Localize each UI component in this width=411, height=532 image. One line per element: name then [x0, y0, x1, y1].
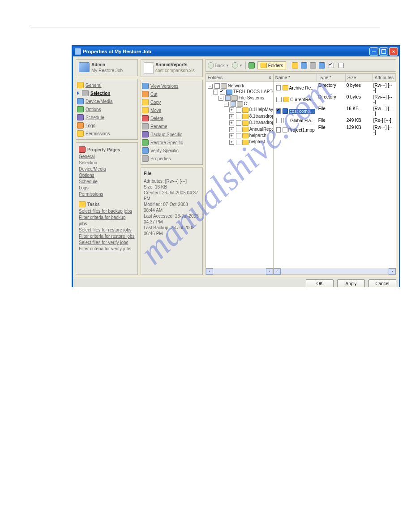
action-restore-specific[interactable]: Restore Specific: [142, 138, 201, 146]
expand-icon[interactable]: +: [229, 120, 234, 125]
task-link[interactable]: Filter criteria for verify jobs: [79, 246, 135, 252]
prop-link[interactable]: Selection: [79, 160, 135, 166]
expand-icon[interactable]: −: [218, 96, 223, 101]
close-button[interactable]: ×: [389, 47, 398, 56]
nav-item-device[interactable]: Device/Media: [77, 97, 137, 105]
move-icon: [142, 107, 149, 113]
prop-link[interactable]: General: [79, 154, 135, 160]
list-row[interactable]: Project1.mppFile139 KB[Rw---] [---]: [274, 124, 396, 136]
tree-node-drive[interactable]: C:: [244, 101, 248, 106]
property-pages-list: General Selection Device/Media Options S…: [79, 154, 135, 197]
ok-button[interactable]: OK: [306, 279, 334, 287]
action-move[interactable]: Move: [142, 106, 201, 114]
filter-icon[interactable]: [301, 62, 307, 69]
action-delete[interactable]: Delete: [142, 114, 201, 122]
tree-checkbox[interactable]: [236, 133, 241, 138]
action-copy[interactable]: Copy: [142, 98, 201, 106]
tree-node-folder[interactable]: 8.1transdrop2: [249, 114, 273, 119]
prop-link[interactable]: Logs: [79, 185, 135, 191]
task-link[interactable]: Filter criteria for restore jobs: [79, 233, 135, 240]
folder-tree[interactable]: −Network −TECH-DOCS-LAPTO −File Systems …: [206, 82, 273, 268]
action-view-versions[interactable]: View Versions: [142, 82, 201, 90]
nav-item-logs[interactable]: Logs: [77, 121, 137, 129]
list-row[interactable]: CurrentRe...Directory0 bytes[Rw---] [---…: [274, 94, 396, 105]
tree-checkbox[interactable]: [236, 140, 241, 145]
expand-icon[interactable]: +: [229, 127, 234, 132]
new-icon[interactable]: [292, 62, 298, 69]
nav-item-general[interactable]: General: [77, 81, 137, 89]
col-size[interactable]: Size: [346, 74, 373, 82]
tree-scrollbar[interactable]: ‹›: [206, 268, 273, 275]
view-icon[interactable]: [310, 62, 316, 69]
tree-node-computer[interactable]: TECH-DOCS-LAPTO: [233, 89, 273, 94]
expand-icon[interactable]: +: [229, 107, 234, 112]
apply-button[interactable]: Apply: [337, 279, 365, 287]
action-cut[interactable]: Cut: [142, 90, 201, 98]
tree-checkbox[interactable]: [236, 127, 241, 132]
close-tree-button[interactable]: ×: [269, 75, 271, 80]
list-row[interactable]: Archive Re...Directory0 bytes[Rw---] [--…: [274, 82, 396, 94]
prop-link[interactable]: Permissions: [79, 191, 135, 197]
task-link[interactable]: Filter criteria for backup jobs: [79, 215, 135, 227]
tree-node-network[interactable]: Network: [228, 83, 244, 88]
list-row[interactable]: Global Pla...File249 KB[Re-] [---]: [274, 117, 396, 124]
list-row[interactable]: cost comp...File16 KB[Rw---] [---]: [274, 105, 396, 117]
list-scrollbar[interactable]: ‹›: [274, 268, 396, 275]
expand-icon[interactable]: −: [208, 84, 213, 89]
folders-button[interactable]: Folders: [257, 61, 286, 69]
task-link[interactable]: Select files for verify jobs: [79, 240, 135, 246]
action-backup-specific[interactable]: Backup Specific: [142, 130, 201, 138]
nav-item-permissions[interactable]: Permissions: [77, 129, 137, 137]
prop-link[interactable]: Options: [79, 172, 135, 179]
row-type: File: [317, 117, 345, 124]
tree-node-folder[interactable]: 8.1transdrop3: [249, 120, 273, 125]
cancel-button[interactable]: Cancel: [368, 279, 396, 287]
row-checkbox[interactable]: [276, 127, 281, 133]
tree-node-folder[interactable]: AnnualReports: [249, 127, 273, 132]
tree-checkbox[interactable]: [236, 107, 241, 113]
expand-icon[interactable]: +: [229, 133, 234, 138]
col-type[interactable]: Type *: [317, 74, 346, 82]
list-rows: Archive Re...Directory0 bytes[Rw---] [--…: [274, 82, 396, 268]
folder-icon: [242, 140, 248, 145]
maximize-button[interactable]: [379, 47, 388, 56]
expand-icon[interactable]: −: [213, 90, 218, 94]
tree-checkbox[interactable]: [236, 114, 241, 119]
expand-icon[interactable]: +: [229, 114, 234, 119]
action-rename[interactable]: Rename: [142, 122, 201, 130]
row-checkbox[interactable]: [276, 118, 282, 123]
minimize-button[interactable]: [369, 47, 378, 56]
action-verify-specific[interactable]: Verify Specific: [142, 146, 201, 154]
tree-node-folder[interactable]: 8.1HelpMay: [249, 107, 273, 112]
expand-icon[interactable]: −: [224, 102, 229, 107]
tree-checkbox[interactable]: [225, 95, 231, 101]
up-icon[interactable]: [248, 62, 255, 69]
nav-item-options[interactable]: Options: [77, 105, 137, 113]
prop-link[interactable]: Device/Media: [79, 166, 135, 172]
row-checkbox[interactable]: [276, 108, 281, 114]
task-link[interactable]: Select files for backup jobs: [79, 208, 135, 215]
tree-checkbox[interactable]: [236, 120, 241, 126]
action-properties[interactable]: Properties: [142, 154, 201, 163]
nav-item-selection[interactable]: Selection: [77, 89, 137, 97]
forward-button[interactable]: ▼: [232, 62, 243, 69]
tree-checkbox[interactable]: [231, 101, 236, 107]
prop-link[interactable]: Schedule: [79, 179, 135, 185]
col-attr[interactable]: Attributes: [373, 74, 396, 82]
toolbar-checkbox-empty[interactable]: [338, 63, 344, 68]
toolbar-checkbox-checked[interactable]: [329, 63, 334, 68]
expand-icon[interactable]: +: [229, 140, 234, 145]
tree-node-filesys[interactable]: File Systems: [239, 95, 264, 100]
row-checkbox[interactable]: [276, 85, 281, 90]
tree-checkbox[interactable]: [220, 90, 225, 95]
tree-checkbox[interactable]: [214, 83, 220, 89]
tree-node-folder[interactable]: helparch: [249, 133, 266, 138]
row-checkbox[interactable]: [276, 97, 282, 102]
col-name[interactable]: Name *: [274, 74, 317, 82]
refresh-icon[interactable]: [319, 62, 325, 69]
nav-item-schedule[interactable]: Schedule: [77, 113, 137, 121]
tree-node-folder[interactable]: helptest: [249, 139, 265, 144]
row-type: File: [317, 124, 345, 135]
back-button[interactable]: Back▼: [208, 62, 229, 69]
task-link[interactable]: Select files for restore jobs: [79, 227, 135, 233]
